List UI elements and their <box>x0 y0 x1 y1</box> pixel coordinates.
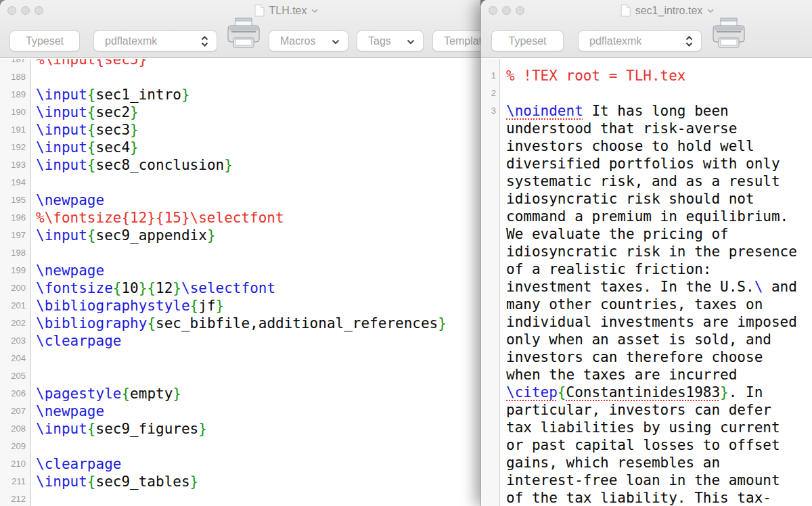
code-area[interactable]: 187%\input{sec5}188189\input{sec1_intro}… <box>0 59 480 506</box>
code-row[interactable]: 2 <box>481 85 812 102</box>
code-row[interactable]: \citep{Constantinides1983}. In <box>481 384 812 401</box>
code-line[interactable]: understood that risk-averse <box>500 120 812 137</box>
title-chevron-icon[interactable] <box>706 8 714 14</box>
code-row[interactable]: 202\bibliography{sec_bibfile,additional_… <box>0 315 480 332</box>
code-line[interactable]: idiosyncratic risk in the presence <box>500 243 812 260</box>
macros-select[interactable]: Macros <box>269 30 348 51</box>
code-line[interactable]: diversified portfolios with only <box>500 155 812 172</box>
code-row[interactable]: 209 <box>0 438 480 455</box>
code-line[interactable]: systematic risk, and as a result <box>500 172 812 190</box>
code-line[interactable] <box>31 68 480 86</box>
code-row[interactable]: systematic risk, and as a result <box>481 172 812 190</box>
code-row[interactable]: only when an asset is sold, and <box>481 331 812 348</box>
code-line[interactable]: when the taxes are incurred <box>500 366 812 384</box>
code-line[interactable]: \input{sec3} <box>31 121 480 139</box>
code-line[interactable] <box>31 350 480 367</box>
code-row[interactable]: 203\clearpage <box>0 332 480 350</box>
code-row[interactable]: of the tax liability. This tax- <box>481 489 812 506</box>
code-row[interactable]: 1% !TEX root = TLH.tex <box>481 67 812 85</box>
code-row[interactable]: 201\bibliographystyle{jf} <box>0 297 480 315</box>
code-line[interactable]: We evaluate the pricing of <box>500 225 812 243</box>
code-line[interactable]: \newpage <box>31 191 480 209</box>
code-row[interactable]: 200\fontsize{10}{12}\selectfont <box>0 279 480 297</box>
code-line[interactable]: \noindent It has long been <box>500 102 812 120</box>
code-row[interactable]: 198 <box>0 244 480 262</box>
code-line[interactable]: \citep{Constantinides1983}. In <box>500 384 812 401</box>
code-row[interactable]: 210\clearpage <box>0 455 480 473</box>
code-row[interactable]: 189\input{sec1_intro} <box>0 86 480 104</box>
editor-sec1-intro[interactable]: 1% !TEX root = TLH.tex23\noindent It has… <box>481 59 812 506</box>
code-line[interactable]: individual investments are imposed <box>500 313 812 331</box>
code-line[interactable]: \input{sec8_conclusion} <box>31 156 480 174</box>
code-area[interactable]: 1% !TEX root = TLH.tex23\noindent It has… <box>481 59 812 506</box>
window-title-group[interactable]: TLH.tex <box>254 4 318 17</box>
print-button[interactable] <box>225 17 263 55</box>
editor-tlh[interactable]: 187%\input{sec5}188189\input{sec1_intro}… <box>0 59 480 506</box>
code-line[interactable]: investment taxes. In the U.S.\ and <box>500 278 812 296</box>
code-row[interactable]: 212 <box>0 490 480 506</box>
code-line[interactable]: \fontsize{10}{12}\selectfont <box>31 279 480 297</box>
code-row[interactable]: 204 <box>0 350 480 367</box>
code-row[interactable]: 199\newpage <box>0 262 480 279</box>
code-row[interactable]: idiosyncratic risk in the presence <box>481 243 812 260</box>
code-line[interactable]: investors can therefore choose <box>500 348 812 366</box>
code-row[interactable]: 205 <box>0 367 480 385</box>
minimize-button[interactable] <box>502 6 511 15</box>
code-line[interactable]: of the tax liability. This tax- <box>500 489 812 506</box>
code-line[interactable]: \clearpage <box>31 455 480 473</box>
code-line[interactable] <box>31 244 480 262</box>
engine-select[interactable]: pdflatexmk <box>93 30 217 51</box>
zoom-button[interactable] <box>35 6 43 15</box>
code-row[interactable]: or past capital losses to offset <box>481 436 812 454</box>
typeset-button[interactable]: Typeset <box>491 30 564 51</box>
code-row[interactable]: 193\input{sec8_conclusion} <box>0 156 480 174</box>
code-line[interactable]: many other countries, taxes on <box>500 296 812 313</box>
engine-select[interactable]: pdflatexmk <box>578 30 702 51</box>
code-row[interactable]: idiosyncratic risk should not <box>481 190 812 208</box>
code-line[interactable]: %\fontsize{12}{15}\selectfont <box>31 209 480 227</box>
code-line[interactable]: \input{sec2} <box>31 104 480 121</box>
close-button[interactable] <box>489 6 497 15</box>
typeset-button[interactable]: Typeset <box>9 30 80 51</box>
code-line[interactable]: only when an asset is sold, and <box>500 331 812 348</box>
title-chevron-icon[interactable] <box>311 8 319 14</box>
code-line[interactable]: \input{sec9_figures} <box>31 420 480 438</box>
code-row[interactable]: investors can therefore choose <box>481 348 812 366</box>
code-row[interactable]: particular, investors can defer <box>481 401 812 419</box>
code-row[interactable]: 188 <box>0 68 480 86</box>
code-line[interactable]: \input{sec4} <box>31 139 480 156</box>
code-row[interactable]: 207\newpage <box>0 402 480 420</box>
minimize-button[interactable] <box>21 6 30 15</box>
code-line[interactable]: \clearpage <box>31 332 480 350</box>
code-line[interactable]: interest-free loan in the amount <box>500 472 812 489</box>
code-line[interactable]: \bibliographystyle{jf} <box>31 297 480 315</box>
code-row[interactable]: 191\input{sec3} <box>0 121 480 139</box>
code-row[interactable]: gains, which resembles an <box>481 454 812 472</box>
code-row[interactable]: 197\input{sec9_appendix} <box>0 227 480 244</box>
code-row[interactable]: 208\input{sec9_figures} <box>0 420 480 438</box>
code-line[interactable]: of a realistic friction: <box>500 260 812 278</box>
code-row[interactable]: 190\input{sec2} <box>0 104 480 121</box>
code-line[interactable]: \input{sec1_intro} <box>31 86 480 104</box>
templates-select[interactable]: Templates <box>432 30 480 51</box>
code-row[interactable]: investors choose to hold well <box>481 137 812 155</box>
code-line[interactable]: % !TEX root = TLH.tex <box>500 67 812 85</box>
code-row[interactable]: diversified portfolios with only <box>481 155 812 172</box>
code-line[interactable]: command a premium in equilibrium. <box>500 208 812 225</box>
code-row[interactable]: when the taxes are incurred <box>481 366 812 384</box>
code-row[interactable]: 195\newpage <box>0 191 480 209</box>
code-row[interactable]: tax liabilities by using current <box>481 419 812 436</box>
code-line[interactable] <box>31 367 480 385</box>
code-row[interactable]: 192\input{sec4} <box>0 139 480 156</box>
code-line[interactable]: \newpage <box>31 402 480 420</box>
code-line[interactable]: investors choose to hold well <box>500 137 812 155</box>
print-button[interactable] <box>710 17 748 55</box>
code-row[interactable]: understood that risk-averse <box>481 120 812 137</box>
code-line[interactable]: \bibliography{sec_bibfile,additional_ref… <box>31 315 480 332</box>
code-line[interactable]: tax liabilities by using current <box>500 419 812 436</box>
code-line[interactable]: \input{sec9_tables} <box>31 473 480 490</box>
code-row[interactable]: many other countries, taxes on <box>481 296 812 313</box>
code-line[interactable] <box>31 174 480 191</box>
zoom-button[interactable] <box>516 6 524 15</box>
code-line[interactable]: \newpage <box>31 262 480 279</box>
